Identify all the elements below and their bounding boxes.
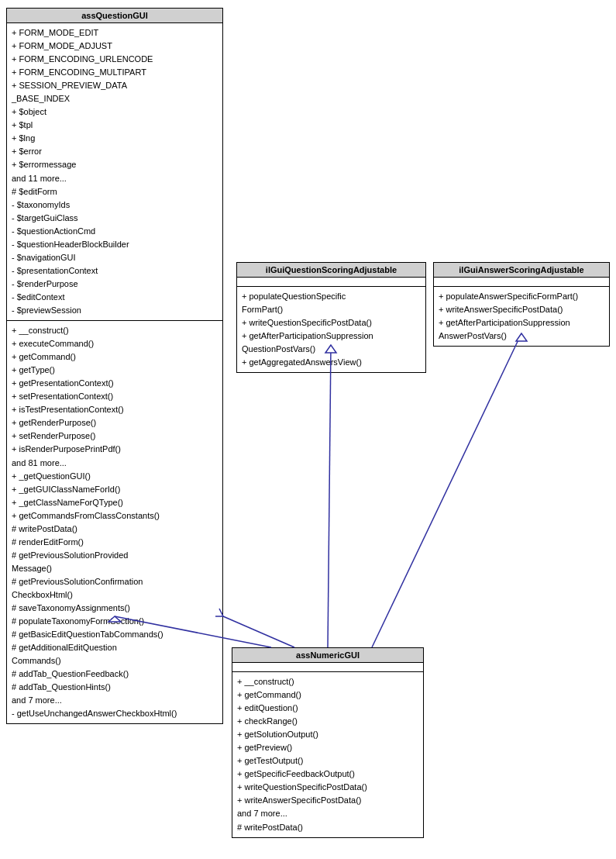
svg-line-5 bbox=[372, 333, 521, 647]
svg-line-0 bbox=[223, 616, 294, 647]
ilGuiAnswerScoringAdjustable-title: ilGuiAnswerScoringAdjustable bbox=[434, 263, 609, 278]
assQuestionGUI-box: assQuestionGUI + FORM_MODE_EDIT + FORM_M… bbox=[6, 8, 223, 724]
assQuestionGUI-methods: + __construct() + executeCommand() + get… bbox=[7, 321, 222, 723]
assQuestionGUI-title: assQuestionGUI bbox=[7, 9, 222, 23]
ilGuiQuestionScoringAdjustable-empty bbox=[237, 278, 425, 287]
assQuestionGUI-fields: + FORM_MODE_EDIT + FORM_MODE_ADJUST + FO… bbox=[7, 23, 222, 321]
ilGuiQuestionScoringAdjustable-title: ilGuiQuestionScoringAdjustable bbox=[237, 263, 425, 278]
assNumericGUI-methods: + __construct() + getCommand() + editQue… bbox=[232, 672, 423, 837]
ilGuiQuestionScoringAdjustable-methods: + populateQuestionSpecific FormPart() + … bbox=[237, 287, 425, 372]
diagram-container: assQuestionGUI + FORM_MODE_EDIT + FORM_M… bbox=[0, 0, 616, 859]
ilGuiAnswerScoringAdjustable-methods: + populateAnswerSpecificFormPart() + wri… bbox=[434, 287, 609, 346]
assNumericGUI-box: assNumericGUI + __construct() + getComma… bbox=[232, 647, 424, 838]
assNumericGUI-title: assNumericGUI bbox=[232, 648, 423, 663]
assNumericGUI-empty bbox=[232, 663, 423, 672]
svg-line-3 bbox=[328, 345, 331, 647]
ilGuiAnswerScoringAdjustable-box: ilGuiAnswerScoringAdjustable + populateA… bbox=[433, 262, 610, 347]
ilGuiQuestionScoringAdjustable-box: ilGuiQuestionScoringAdjustable + populat… bbox=[236, 262, 426, 373]
ilGuiAnswerScoringAdjustable-empty bbox=[434, 278, 609, 287]
